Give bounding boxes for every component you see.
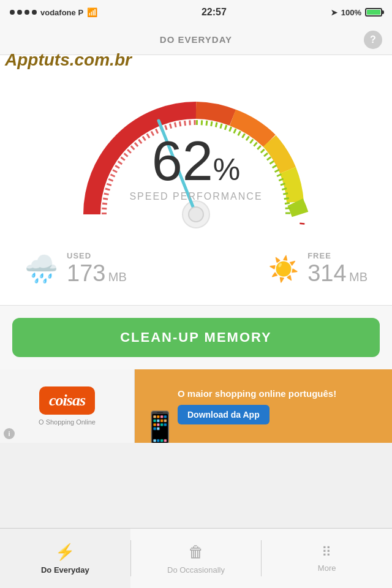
header-title: DO EVERYDAY [160,34,232,45]
free-unit: MB [349,270,368,284]
watermark: Apptuts.com.br [0,48,137,72]
ad-left-logo: coisas [39,386,95,415]
cleanup-section: CLEAN-UP MEMORY [0,306,392,369]
gauge-section: 62 % SPEED PERFORMANCE 🌧️ USED 173 MB ☀️… [0,55,392,306]
gauge-value: 62 [152,134,213,189]
ad-info-icon[interactable]: i [4,428,15,439]
battery-icon [365,8,382,17]
carrier-label: vodafone P [40,8,83,17]
free-label: FREE [307,251,368,260]
used-value-line: 173 MB [67,260,127,287]
clock: 22:57 [202,7,227,18]
memory-free: ☀️ FREE 314 MB [268,251,368,287]
memory-info: 🌧️ USED 173 MB ☀️ FREE 314 MB [0,239,392,299]
tab-more[interactable]: ⠿ More [262,529,392,588]
battery-fill [367,10,380,15]
ad-cta-button[interactable]: Download da App [178,405,270,424]
tab-do-occasionally-label: Do Occasionally [167,565,225,575]
used-value: 173 [67,260,105,286]
ad-right[interactable]: 📱 O maior shopping online português! Dow… [135,369,392,443]
gauge-label: SPEED PERFORMANCE [129,191,262,202]
tab-do-everyday-label: Do Everyday [41,565,89,575]
tab-do-everyday[interactable]: ⚡ Do Everyday [0,529,130,588]
tab-bar: ⚡ Do Everyday 🗑 Do Occasionally ⠿ More [0,528,392,588]
sun-icon: ☀️ [268,255,299,284]
cleanup-button[interactable]: CLEAN-UP MEMORY [12,318,380,357]
rain-icon: 🌧️ [24,253,58,285]
ad-brand-name: coisas [49,391,85,409]
grid-icon: ⠿ [322,545,333,560]
phone-icon: 📱 [141,412,179,443]
ad-right-text: O maior shopping online português! [178,388,336,400]
ad-left[interactable]: coisas O Shopping Online i [0,369,135,443]
status-bar: vodafone P 📶 22:57 ➤ 100% [0,0,392,24]
help-button[interactable]: ? [364,31,382,49]
ad-left-subtitle: O Shopping Online [39,418,96,426]
signal-dot-1 [10,10,15,15]
help-icon: ? [370,34,376,45]
tab-more-label: More [318,564,336,573]
signal-dot-2 [17,10,22,15]
tab-do-occasionally[interactable]: 🗑 Do Occasionally [131,529,262,588]
battery-percent: 100% [341,8,361,17]
trash-icon: 🗑 [188,543,204,562]
svg-point-9 [189,207,203,222]
used-unit: MB [108,270,127,284]
bolt-icon: ⚡ [55,543,75,562]
wifi-icon: 📶 [87,7,97,17]
status-right: ➤ 100% [331,8,382,17]
free-value-line: 314 MB [307,260,368,287]
used-label: USED [67,251,127,260]
memory-used: 🌧️ USED 173 MB [24,251,127,287]
ad-section: coisas O Shopping Online i 📱 O maior sho… [0,369,392,443]
location-icon: ➤ [331,8,337,17]
info-label: i [8,430,10,437]
free-value: 314 [307,260,346,286]
gauge-container: 62 % SPEED PERFORMANCE [43,67,349,239]
svg-line-0 [300,224,304,224]
signal-dot-4 [32,10,37,15]
memory-free-details: FREE 314 MB [307,251,368,287]
memory-used-details: USED 173 MB [67,251,127,287]
status-left: vodafone P 📶 [10,7,97,17]
gauge-percent-symbol: % [213,154,240,185]
gauge-center-text: 62 % SPEED PERFORMANCE [129,134,262,202]
signal-dot-3 [24,10,29,15]
signal-dots [10,10,37,15]
